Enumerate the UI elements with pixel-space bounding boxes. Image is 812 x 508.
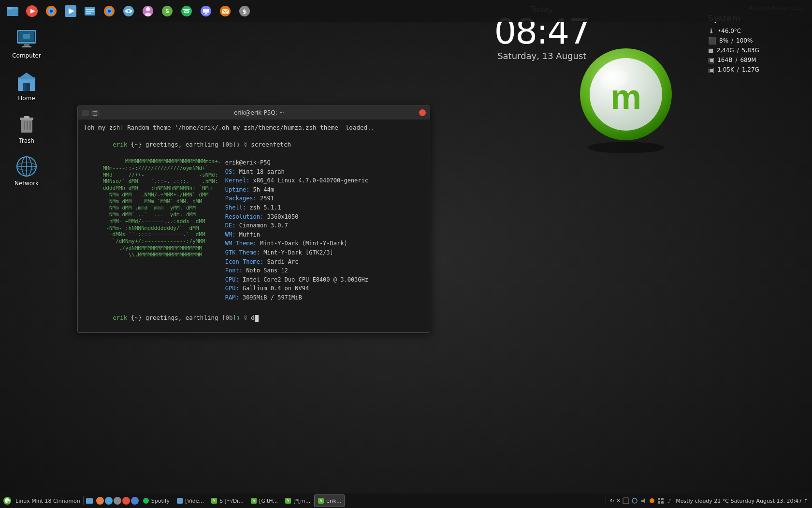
music-icon[interactable]: ♪: [666, 497, 673, 504]
terminal-titlebar: − □ erik@erik-P5Q: ~ ×: [78, 106, 430, 120]
svg-point-57: [587, 142, 665, 153]
terminal-minimize-button[interactable]: −: [82, 110, 89, 116]
firefox2-icon[interactable]: [101, 2, 118, 20]
spotify-icon[interactable]: [178, 2, 195, 20]
terminal-cursor: [255, 315, 259, 322]
terminal-close-button[interactable]: ×: [419, 109, 426, 116]
taskbar-app-terminal3[interactable]: S [*[m...: [282, 494, 313, 507]
svg-rect-81: [658, 498, 660, 500]
taskbar-app-active-terminal[interactable]: S erik...: [314, 494, 345, 507]
svg-rect-1: [7, 9, 18, 16]
svg-point-17: [108, 10, 111, 13]
mail-icon[interactable]: [217, 2, 234, 20]
terminal-window[interactable]: − □ erik@erik-P5Q: ~ × [oh-my-zsh] Rando…: [77, 105, 430, 333]
desktop-icon-trash[interactable]: Trash: [5, 109, 48, 147]
disk-icon: ▣: [708, 56, 714, 64]
firefox-icon[interactable]: [43, 2, 60, 20]
svg-point-77: [632, 498, 637, 503]
home-icon: [15, 70, 38, 93]
trash-icon-label: Trash: [19, 137, 34, 144]
sys-cpu-total: 100%: [736, 37, 753, 44]
network-tray-icon[interactable]: [631, 497, 638, 504]
tb-dot5: [131, 497, 139, 505]
svg-rect-51: [29, 121, 31, 130]
thermometer-icon: 🌡: [708, 27, 715, 35]
svg-rect-3: [7, 7, 12, 9]
svg-text:S: S: [165, 8, 169, 15]
screenshot-icon[interactable]: [623, 497, 629, 504]
sys-disk-row: ▣ 164B / 689M: [708, 56, 805, 64]
svg-point-8: [50, 10, 53, 13]
apps-icon[interactable]: [657, 497, 664, 504]
svg-rect-28: [203, 9, 209, 13]
start-icon: m: [3, 496, 12, 505]
taskbar-app-video[interactable]: [Vide...: [174, 494, 207, 507]
svg-point-20: [128, 10, 130, 12]
svg-rect-13: [86, 11, 94, 12]
svg-rect-50: [27, 121, 28, 130]
start-button[interactable]: m Linux Mint 18 Cinnamon: [0, 496, 84, 505]
sys-swap-val: 1,05K: [717, 66, 734, 73]
sys-ram-val: 2,44G: [717, 47, 734, 54]
sys-cpu-row: ⬛ 8% / 100%: [708, 37, 805, 45]
svg-rect-45: [23, 83, 26, 91]
weather-status: Mostly cloudy 21 °C Saturday August 13, …: [676, 498, 808, 504]
media-player-icon[interactable]: [23, 2, 41, 20]
taskbar-app-spotify[interactable]: Spotify: [140, 494, 173, 507]
tb-term2-label: [GitH...: [259, 498, 278, 504]
taskbar-bottom-right: ↻ ✕ ! ♪ Mostly cloudy 21 °C Saturday Aug…: [606, 497, 812, 504]
svg-rect-41: [23, 34, 30, 39]
sys-temp-val: •46,0°C: [718, 28, 741, 34]
desktop-icon-home[interactable]: Home: [5, 67, 48, 105]
svg-marker-78: [641, 498, 645, 503]
desktop-icon-network[interactable]: Network: [5, 152, 48, 190]
svg-marker-43: [17, 73, 36, 79]
video-icon[interactable]: [62, 2, 79, 20]
files2-icon[interactable]: [81, 2, 99, 20]
svg-text:S: S: [213, 499, 215, 503]
privacy-browser-icon[interactable]: [120, 2, 137, 20]
svg-rect-76: [623, 498, 629, 504]
svg-rect-29: [205, 13, 207, 14]
taskbar-app-terminal1[interactable]: S S [~/Dr...: [208, 494, 246, 507]
money-icon[interactable]: $: [236, 2, 253, 20]
svg-point-23: [145, 13, 151, 16]
terminal-body[interactable]: [oh-my-zsh] Random theme '/home/erik/.oh…: [78, 120, 430, 332]
terminal-controls: − □: [82, 110, 99, 116]
svg-rect-38: [22, 46, 31, 47]
tb-color-dots: [96, 497, 139, 505]
svg-text:S: S: [253, 499, 255, 503]
tb-term3-label: [*[m...: [293, 498, 310, 504]
svg-rect-82: [661, 498, 664, 500]
svg-rect-83: [658, 501, 660, 504]
files-icon[interactable]: [4, 2, 21, 20]
sys-temp-row: 🌡 •46,0°C: [708, 27, 805, 35]
svg-rect-84: [661, 501, 664, 504]
tb-files-icon: [86, 494, 95, 507]
svg-text:S: S: [320, 499, 322, 503]
svg-rect-48: [24, 116, 29, 119]
swap-icon: ▣: [708, 66, 714, 74]
terminal-maximize-button[interactable]: □: [91, 110, 99, 116]
sys-ram-row: ◼ 2,44G / 5,83G: [708, 46, 805, 54]
svg-rect-65: [86, 498, 93, 504]
refresh-icon[interactable]: ↻: [610, 498, 614, 504]
terminal-title: erik@erik-P5Q: ~: [99, 109, 419, 116]
sys-cpu-val: 8%: [719, 37, 728, 44]
close-icon[interactable]: ✕: [616, 498, 621, 504]
taskbar-app-terminal2[interactable]: S [GitH...: [247, 494, 281, 507]
sys-cpu-sep: /: [731, 37, 733, 44]
computer-icon: [15, 27, 38, 50]
svg-text:$: $: [242, 8, 246, 15]
desktop: S: [0, 0, 812, 508]
desktop-icon-computer[interactable]: Computer: [5, 24, 48, 62]
suse-icon[interactable]: S: [159, 2, 176, 20]
volume-icon[interactable]: [640, 497, 647, 504]
tb-dot3: [114, 497, 121, 505]
sys-swap-sep: /: [737, 66, 739, 73]
svg-rect-67: [177, 498, 183, 504]
svg-rect-12: [86, 9, 94, 10]
monitor-icon[interactable]: [197, 2, 215, 20]
girl-icon[interactable]: [139, 2, 157, 20]
updates-icon[interactable]: !: [649, 497, 655, 504]
